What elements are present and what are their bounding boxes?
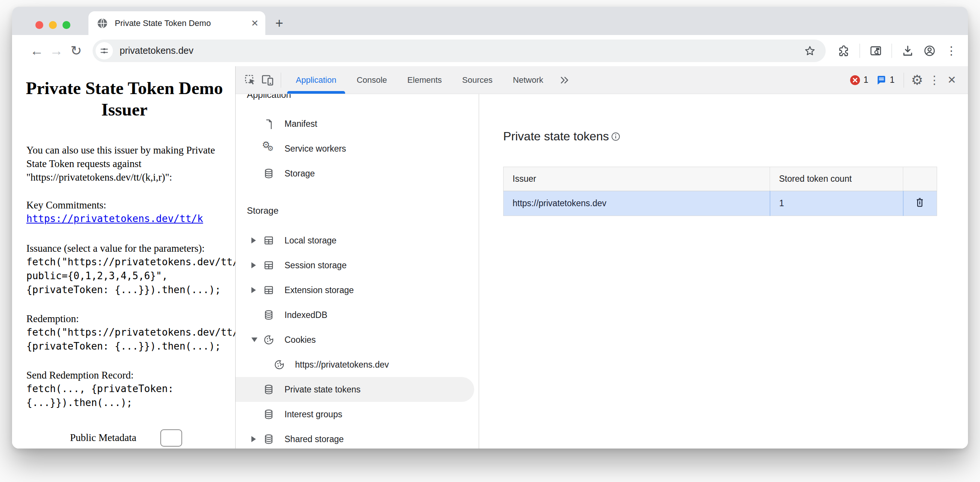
- sidebar-item-shared-storage[interactable]: Shared storage: [235, 427, 479, 449]
- tab-close-icon[interactable]: ✕: [251, 18, 259, 29]
- cookie-icon: [273, 359, 285, 371]
- bookmark-star-icon[interactable]: [802, 43, 818, 59]
- sidebar-item-label: Cookies: [285, 335, 316, 345]
- toolbar-divider: [892, 44, 892, 58]
- sidebar-item-label: Local storage: [285, 235, 336, 246]
- error-badge[interactable]: 1: [850, 75, 868, 86]
- issues-badge[interactable]: 1: [876, 75, 894, 86]
- tab-elements[interactable]: Elements: [397, 66, 452, 94]
- more-tabs-icon[interactable]: [553, 75, 575, 86]
- minimize-window-button[interactable]: [49, 21, 57, 29]
- sidebar-item-local-storage[interactable]: Local storage: [235, 228, 479, 253]
- browser-window: Private State Token Demo ✕ + ← → ↻ priva…: [12, 7, 968, 449]
- column-header-stored-token-count[interactable]: Stored token count: [770, 167, 903, 191]
- sidebar-item-label: Interest groups: [285, 409, 342, 420]
- browser-menu-icon[interactable]: ⋮: [943, 43, 960, 59]
- site-settings-icon[interactable]: [95, 42, 113, 59]
- send-rr-code-line: {...}}).then(...);: [26, 396, 235, 410]
- extensions-icon[interactable]: [835, 43, 852, 59]
- tab-application[interactable]: Application: [286, 66, 347, 94]
- sidebar-item-label: https://privatetokens.dev: [295, 360, 389, 370]
- column-header-actions: [903, 167, 937, 191]
- info-icon[interactable]: [611, 131, 621, 142]
- public-metadata-row: Public Metadata: [26, 431, 235, 447]
- profile-icon[interactable]: [921, 43, 938, 59]
- reload-icon[interactable]: ↻: [66, 41, 86, 60]
- url-text[interactable]: privatetokens.dev: [120, 45, 802, 56]
- device-toolbar-icon[interactable]: [259, 72, 276, 89]
- inspect-element-icon[interactable]: [242, 72, 259, 89]
- chevron-right-icon[interactable]: [251, 262, 262, 268]
- downloads-icon[interactable]: [899, 43, 916, 59]
- sidebar-item-label: Manifest: [285, 119, 317, 129]
- database-icon: [262, 167, 275, 180]
- stored-token-count-cell[interactable]: 1: [770, 191, 903, 216]
- sidebar-item-session-storage[interactable]: Session storage: [235, 253, 479, 278]
- browser-tab[interactable]: Private State Token Demo ✕: [88, 11, 265, 35]
- page-intro: You can also use this issuer by making P…: [26, 143, 223, 184]
- back-icon[interactable]: ←: [27, 41, 47, 60]
- close-window-button[interactable]: [35, 21, 43, 29]
- sidebar-item-label: Private state tokens: [285, 385, 361, 395]
- issues-icon: [876, 75, 887, 86]
- sidebar-item-cookies[interactable]: Cookies: [235, 327, 479, 352]
- toolbar-divider: [859, 44, 860, 58]
- sidebar-item-storage[interactable]: Storage: [235, 161, 479, 186]
- section-storage: Storage: [235, 202, 479, 219]
- delete-cell: [903, 191, 937, 216]
- database-icon: [262, 408, 275, 420]
- page-heading: Private State Token Demo Issuer: [25, 78, 224, 121]
- settings-gear-icon[interactable]: ⚙: [908, 72, 926, 89]
- window-controls: [35, 21, 70, 29]
- redemption-code-line: {privateToken: {...}}).then(...);: [26, 339, 235, 353]
- tab-title: Private State Token Demo: [115, 18, 248, 28]
- tab-console[interactable]: Console: [347, 66, 398, 94]
- forward-icon[interactable]: →: [47, 41, 66, 60]
- chevron-down-icon[interactable]: [251, 337, 262, 342]
- error-count: 1: [863, 75, 868, 85]
- sidebar-item-cookies-origin[interactable]: https://privatetokens.dev: [235, 352, 479, 377]
- sidebar-item-label: Storage: [285, 169, 315, 179]
- issuance-label: Issuance (select a value for the paramet…: [26, 242, 223, 255]
- database-icon: [262, 309, 275, 321]
- devtools-tabs: Application Console Elements Sources Net…: [286, 66, 553, 94]
- sidebar-item-interest-groups[interactable]: Interest groups: [235, 402, 479, 427]
- chevron-right-icon[interactable]: [251, 436, 262, 442]
- maximize-window-button[interactable]: [62, 21, 70, 29]
- window-content: Private State Token Demo Issuer You can …: [12, 66, 968, 449]
- sidebar-item-service-workers[interactable]: ⚙⚙ Service workers: [235, 136, 479, 161]
- application-sidebar: Application Manifest ⚙⚙: [235, 94, 479, 449]
- trash-icon[interactable]: [914, 197, 926, 208]
- devtools-close-icon[interactable]: ✕: [943, 72, 961, 89]
- devtools-menu-icon[interactable]: ⋮: [926, 72, 943, 89]
- tab-sources[interactable]: Sources: [452, 66, 503, 94]
- sidebar-item-indexeddb[interactable]: IndexedDB: [235, 302, 479, 327]
- chevron-right-icon[interactable]: [251, 287, 262, 293]
- new-tab-button[interactable]: +: [272, 16, 287, 31]
- side-panel-search-icon[interactable]: [867, 43, 884, 59]
- address-bar[interactable]: privatetokens.dev: [92, 40, 826, 62]
- table-icon: [262, 234, 275, 247]
- issuance-code-line: public={0,1,2,3,4,5,6}",: [26, 269, 235, 283]
- cookie-icon: [262, 334, 275, 346]
- sidebar-item-manifest[interactable]: Manifest: [235, 111, 479, 136]
- private-state-tokens-panel: Private state tokens Issuer Stored token…: [479, 94, 968, 449]
- sidebar-item-extension-storage[interactable]: Extension storage: [235, 278, 479, 302]
- sidebar-item-label: Extension storage: [285, 285, 354, 295]
- public-metadata-label: Public Metadata: [70, 431, 136, 444]
- tokens-table: Issuer Stored token count https://privat…: [503, 167, 937, 216]
- devtools-toolbar-divider: [281, 73, 281, 87]
- table-row[interactable]: https://privatetokens.dev 1: [504, 191, 937, 216]
- section-application: Application: [235, 94, 479, 103]
- issuer-cell[interactable]: https://privatetokens.dev: [504, 191, 770, 216]
- chevron-right-icon[interactable]: [251, 237, 262, 243]
- sidebar-item-private-state-tokens[interactable]: Private state tokens: [235, 377, 474, 402]
- document-icon: [262, 118, 275, 130]
- tab-network[interactable]: Network: [503, 66, 554, 94]
- key-commitments-link[interactable]: https://privatetokens.dev/tt/k: [26, 213, 203, 224]
- devtools-toolbar-divider: [904, 73, 904, 87]
- key-commitments-label: Key Commitments:: [26, 198, 223, 212]
- send-rr-label: Send Redemption Record:: [26, 368, 223, 382]
- column-header-issuer[interactable]: Issuer: [504, 167, 770, 191]
- public-metadata-input[interactable]: [160, 430, 182, 447]
